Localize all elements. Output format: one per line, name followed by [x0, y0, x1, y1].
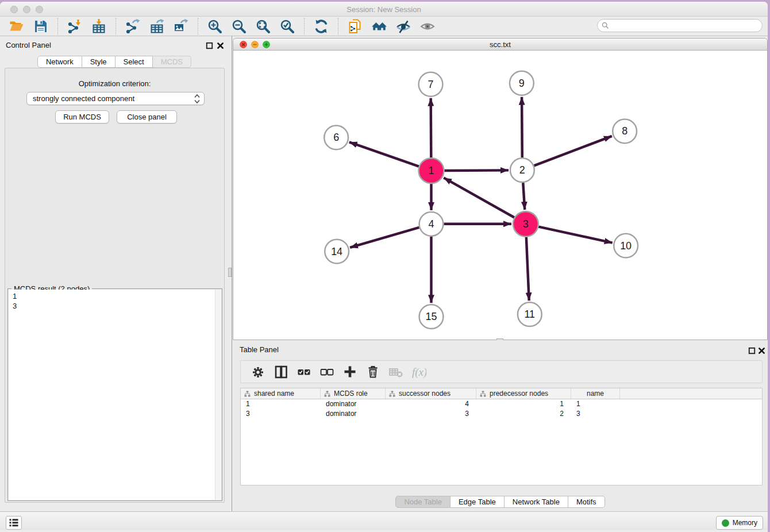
table-cell: 1 [571, 399, 620, 409]
control-panel-float-icon[interactable] [206, 42, 213, 49]
graph-node-7[interactable]: 7 [419, 72, 443, 97]
column-header-MCDS-role[interactable]: MCDS role [321, 388, 386, 399]
function-builder-button: f(x) [410, 363, 428, 380]
desktop: Session: New Session Control Panel Netwo… [0, 0, 770, 532]
tab-motifs[interactable]: Motifs [568, 496, 605, 508]
export-network-button[interactable] [124, 18, 142, 35]
graph-edge-2-8 [534, 136, 611, 165]
refresh-layout-icon [314, 19, 329, 34]
show-columns-icon [274, 364, 288, 379]
graph-node-label: 1 [428, 165, 434, 176]
zoom-fit-button[interactable] [254, 18, 272, 35]
optimization-criterion-select[interactable]: strongly connected component [26, 92, 205, 105]
graph-node-4[interactable]: 4 [419, 212, 444, 236]
import-network-button[interactable] [66, 18, 84, 35]
home-button[interactable] [370, 18, 388, 35]
search-box[interactable] [597, 19, 763, 32]
zoom-selected-button[interactable] [278, 18, 297, 35]
table-settings-button[interactable] [249, 363, 267, 380]
export-image-button[interactable] [172, 18, 190, 35]
tab-node-table[interactable]: Node Table [395, 496, 451, 508]
graph-edge-1-2 [444, 170, 509, 171]
tab-select[interactable]: Select [116, 56, 153, 68]
toolbar-separator [338, 18, 338, 35]
table-panel-close-icon[interactable] [758, 347, 765, 354]
table-cell: 4 [386, 399, 476, 409]
deselect-all-icon [319, 364, 334, 379]
graph-node-8[interactable]: 8 [613, 119, 637, 144]
column-header-predecessor-nodes[interactable]: predecessor nodes [476, 388, 571, 399]
graph-node-1[interactable]: 1 [419, 158, 444, 183]
refresh-layout-button[interactable] [312, 18, 330, 35]
open-session-button[interactable] [7, 18, 26, 35]
tab-edge-table[interactable]: Edge Table [451, 496, 505, 508]
zoom-out-icon [232, 19, 247, 34]
graph-edge-2-9 [522, 97, 522, 158]
memory-button[interactable]: Memory [716, 516, 763, 530]
graph-node-10[interactable]: 10 [614, 234, 638, 258]
add-row-button[interactable] [341, 363, 359, 380]
network-clipboard-button[interactable] [346, 18, 364, 35]
tab-style[interactable]: Style [82, 56, 116, 68]
table-settings-icon [251, 364, 265, 379]
column-tree-icon [324, 391, 330, 397]
column-header-successor-nodes[interactable]: successor nodes [386, 388, 476, 399]
graph-node-label: 11 [524, 309, 535, 320]
table-cell: 1 [476, 399, 571, 409]
close-panel-button[interactable]: Close panel [117, 110, 177, 124]
save-session-icon [33, 19, 48, 34]
toolbar-separator [198, 18, 198, 35]
tab-network-table[interactable]: Network Table [505, 496, 568, 508]
deselect-all-button[interactable] [318, 363, 336, 380]
task-history-button[interactable] [6, 516, 22, 530]
search-input[interactable] [611, 21, 762, 31]
network-canvas[interactable]: 7968124314101511 [233, 51, 767, 340]
optimization-criterion-label: Optimization criterion: [5, 79, 224, 88]
table-row[interactable]: 3dominator323 [241, 409, 762, 419]
select-all-button[interactable] [295, 363, 313, 380]
column-header-shared-name[interactable]: shared name [241, 388, 321, 399]
table-panel-tabs: Node TableEdge TableNetwork TableMotifs [233, 496, 768, 508]
import-table-button[interactable] [90, 18, 108, 35]
run-mcds-button[interactable]: Run MCDS [55, 110, 109, 124]
column-header-name[interactable]: name [571, 388, 620, 399]
node-table: shared nameMCDS rolesuccessor nodesprede… [240, 388, 763, 485]
graph-node-11[interactable]: 11 [518, 302, 542, 326]
mcds-result-textarea[interactable]: 13 [9, 290, 221, 500]
network-window-titlebar[interactable]: scc.txt [233, 38, 767, 51]
import-table-icon [91, 19, 106, 34]
table-cell: 3 [241, 409, 321, 419]
hide-eye-button[interactable] [394, 18, 413, 35]
svg-text:f(x): f(x) [412, 366, 426, 379]
result-scrollbar[interactable] [215, 290, 221, 500]
zoom-out-button[interactable] [230, 18, 248, 35]
graph-node-9[interactable]: 9 [510, 71, 534, 95]
graph-node-label: 3 [523, 218, 529, 230]
graph-node-6[interactable]: 6 [324, 125, 348, 149]
show-columns-button[interactable] [272, 363, 290, 380]
toolbar-separator [57, 18, 58, 35]
network-title: scc.txt [233, 40, 767, 49]
graph-node-2[interactable]: 2 [510, 158, 534, 182]
save-session-button[interactable] [32, 18, 50, 35]
graph-node-14[interactable]: 14 [325, 240, 349, 264]
export-table-button[interactable] [148, 18, 166, 35]
graph-node-label: 10 [620, 240, 632, 252]
graph-node-15[interactable]: 15 [419, 304, 444, 329]
tab-network[interactable]: Network [37, 56, 82, 68]
graph-node-label: 7 [428, 79, 433, 90]
graph-edge-2-3 [523, 183, 525, 210]
control-panel-close-icon[interactable] [217, 42, 224, 49]
graph-edge-4-14 [350, 228, 419, 248]
table-toolbar: f(x) [240, 360, 763, 383]
show-eye-button[interactable] [418, 18, 437, 35]
tab-mcds[interactable]: MCDS [153, 56, 191, 68]
table-cell: 1 [241, 399, 321, 409]
table-row[interactable]: 1dominator411 [241, 399, 762, 409]
splitter-handle[interactable] [228, 268, 232, 277]
zoom-in-button[interactable] [206, 18, 224, 35]
graph-node-3[interactable]: 3 [513, 211, 538, 237]
delete-row-button[interactable] [364, 363, 382, 380]
table-panel-float-icon[interactable] [748, 347, 756, 354]
vertical-splitter[interactable] [232, 36, 232, 511]
